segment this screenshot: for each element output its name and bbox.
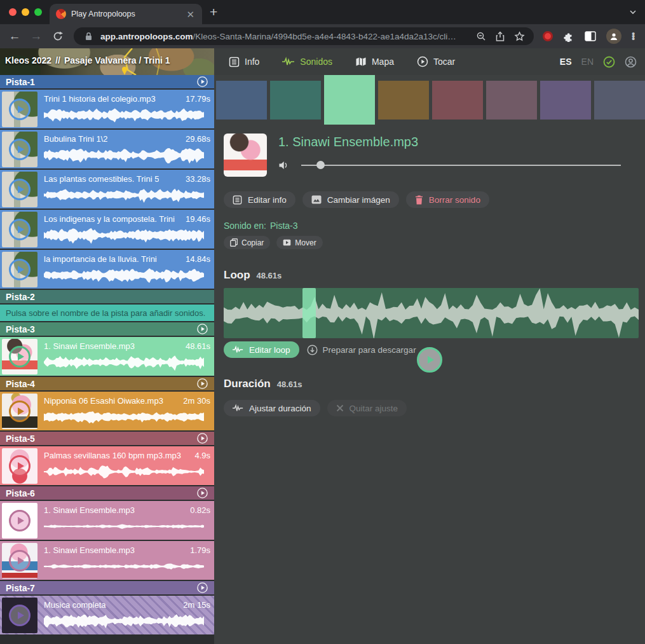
clip-thumbnail[interactable] <box>2 394 37 429</box>
clip-name: Las plantas comestibles. Trini 5 <box>44 174 159 184</box>
map-thumbnail[interactable]: Kleos 2022//Pasaje Valvanera / Trini 1 <box>0 48 214 75</box>
url-text: app.antropoloops.com/Kleos-Santa-Marina/… <box>100 32 469 41</box>
bookmark-star-icon[interactable] <box>512 31 526 42</box>
clip-thumbnail[interactable] <box>2 132 37 167</box>
track-header-pista-2[interactable]: Pista-2 <box>0 290 214 305</box>
volume-slider[interactable] <box>301 165 621 166</box>
clip-row[interactable]: Bubulina Trini 1\2 29.68s <box>0 130 214 170</box>
loop-playhead[interactable] <box>302 288 316 338</box>
browser-toolbar: ← → app.antropoloops.com/Kleos-Santa-Mar… <box>0 24 645 48</box>
person-circle-icon[interactable] <box>625 56 637 68</box>
clip-thumbnail[interactable] <box>2 543 37 579</box>
track-play-icon[interactable] <box>196 582 208 594</box>
window-controls[interactable] <box>9 8 42 16</box>
clip-play-overlay-icon[interactable] <box>2 448 37 484</box>
clip-row[interactable]: la importancia de la lluvia. Trini 14.84… <box>0 250 214 290</box>
back-icon[interactable]: ← <box>6 28 23 45</box>
clip-thumbnail[interactable] <box>2 503 37 538</box>
loop-waveform-panel[interactable] <box>224 288 639 338</box>
clip-thumbnail[interactable] <box>2 339 37 374</box>
clip-row[interactable]: 1. Sinawi Ensemble.mp3 48.61s <box>0 337 214 377</box>
extensions-puzzle-icon[interactable] <box>563 31 574 42</box>
clip-play-overlay-icon[interactable] <box>2 212 37 247</box>
tab-search-chevron-icon[interactable] <box>628 8 637 17</box>
forward-icon[interactable]: → <box>28 28 44 45</box>
clip-waveform <box>44 145 204 165</box>
nav-tab-info[interactable]: Info <box>229 57 259 67</box>
lang-en[interactable]: EN <box>581 57 594 67</box>
clip-play-overlay-icon[interactable] <box>2 92 37 127</box>
tab-close-icon[interactable]: ✕ <box>185 8 196 20</box>
clip-row[interactable]: Nipponia 06 Esashi Oiwake.mp3 2m 30s <box>0 392 214 432</box>
clip-play-overlay-icon[interactable] <box>2 394 37 429</box>
track-header-pista-5[interactable]: Pista-5 <box>0 432 214 446</box>
close-window-button[interactable] <box>9 8 17 16</box>
track-name: Pista-3 <box>6 324 35 334</box>
clip-duration: 19.46s <box>186 214 210 224</box>
clip-row[interactable]: 1. Sinawi Ensemble.mp3 0.82s <box>0 501 214 541</box>
clip-row[interactable]: Musica completa 2m 15s <box>0 596 214 636</box>
track-play-icon[interactable] <box>196 487 208 499</box>
clip-row[interactable]: Los indigenas y la compostela. Trini 19.… <box>0 210 214 250</box>
clip-duration: 33.28s <box>186 174 210 184</box>
address-bar[interactable]: app.antropoloops.com/Kleos-Santa-Marina/… <box>74 27 534 45</box>
track-play-icon[interactable] <box>196 323 208 335</box>
zoom-out-icon[interactable] <box>474 31 488 41</box>
check-circle-icon[interactable] <box>603 56 615 68</box>
zoom-window-button[interactable] <box>34 8 42 16</box>
side-panel-icon[interactable] <box>585 31 596 41</box>
clip-name: Musica completa <box>44 600 106 610</box>
clip-play-overlay-icon[interactable] <box>2 172 37 207</box>
clip-play-overlay-icon[interactable] <box>2 598 37 633</box>
clip-name: Bubulina Trini 1\2 <box>44 134 107 144</box>
new-tab-button[interactable]: + <box>210 5 217 18</box>
track-header-pista-6[interactable]: Pista-6 <box>0 486 214 501</box>
clip-play-overlay-icon[interactable] <box>2 132 37 167</box>
clip-row[interactable]: Trini 1 historia del colegio.mp3 17.79s <box>0 90 214 130</box>
clip-play-overlay-icon[interactable] <box>2 339 37 374</box>
clip-row[interactable]: Las plantas comestibles. Trini 5 33.28s <box>0 170 214 210</box>
sound-play-overlay-icon[interactable] <box>214 75 645 644</box>
browser-tab[interactable]: Play Antropoloops ✕ <box>50 4 202 24</box>
track-header-pista-4[interactable]: Pista-4 <box>0 377 214 392</box>
track-play-icon[interactable] <box>196 76 208 88</box>
clip-name: Trini 1 historia del colegio.mp3 <box>44 94 156 104</box>
nav-tab-tocar[interactable]: Tocar <box>417 56 455 67</box>
clip-play-overlay-icon[interactable] <box>2 503 37 538</box>
share-icon[interactable] <box>493 31 507 42</box>
clip-row[interactable]: 1. Sinawi Ensemble.mp3 1.79s <box>0 541 214 581</box>
breadcrumb[interactable]: Kleos 2022//Pasaje Valvanera / Trini 1 <box>5 55 170 65</box>
track-header-pista-3[interactable]: Pista-3 <box>0 322 214 337</box>
track-section: Pista-4 Nipponia 06 Esashi Oiwake.mp3 2m… <box>0 377 214 432</box>
clip-thumbnail[interactable] <box>2 448 37 484</box>
track-play-icon[interactable] <box>196 378 208 390</box>
favicon-icon <box>56 9 66 19</box>
browser-tab-bar: Play Antropoloops ✕ + <box>0 0 645 24</box>
clip-waveform <box>44 516 204 537</box>
menu-kebab-icon[interactable]: ••• <box>632 32 635 40</box>
track-name: Pista-5 <box>6 434 35 444</box>
clip-thumbnail[interactable] <box>2 598 37 633</box>
clip-thumbnail[interactable] <box>2 252 37 287</box>
clip-thumbnail[interactable] <box>2 172 37 207</box>
track-header-pista-7[interactable]: Pista-7 <box>0 581 214 596</box>
sound-thumbnail[interactable] <box>224 134 267 177</box>
nav-tab-mapa[interactable]: Mapa <box>355 57 394 67</box>
clip-thumbnail[interactable] <box>2 212 37 247</box>
lang-es[interactable]: ES <box>560 57 572 67</box>
clip-waveform <box>44 462 204 482</box>
track-body: Trini 1 historia del colegio.mp3 17.79s … <box>0 90 214 290</box>
nav-tab-sonidos[interactable]: Sonidos <box>282 57 332 67</box>
track-section: Pista-5 Palmas sevillanas 160 bpm mp3.mp… <box>0 432 214 486</box>
clip-play-overlay-icon[interactable] <box>2 543 37 579</box>
clip-play-overlay-icon[interactable] <box>2 252 37 287</box>
profile-avatar[interactable] <box>606 29 621 44</box>
track-play-icon[interactable] <box>196 432 208 444</box>
clip-thumbnail[interactable] <box>2 92 37 127</box>
track-header-pista-1[interactable]: Pista-1 <box>0 75 214 90</box>
record-extension-icon[interactable] <box>543 31 553 41</box>
lock-icon[interactable] <box>81 32 95 41</box>
reload-icon[interactable] <box>50 28 66 45</box>
minimize-window-button[interactable] <box>22 8 29 16</box>
clip-row[interactable]: Palmas sevillanas 160 bpm mp3.mp3 4.9s <box>0 446 214 486</box>
